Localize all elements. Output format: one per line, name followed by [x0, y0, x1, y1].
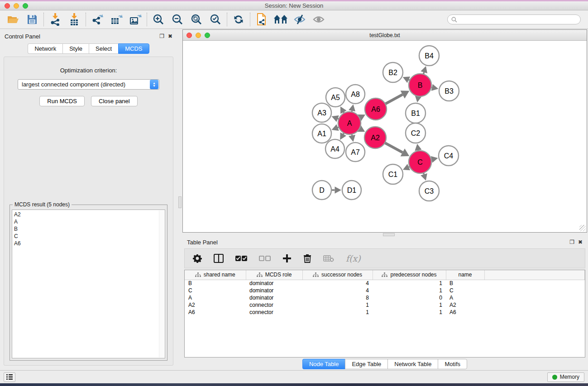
cell-successor_nodes[interactable]: 1 [302, 309, 373, 316]
show-panel-button[interactable] [309, 12, 328, 27]
cell-shared_name[interactable]: A [185, 294, 246, 301]
float-panel-icon[interactable]: ❐ [569, 239, 574, 245]
table-row[interactable]: A2connector11A2 [185, 301, 585, 309]
cell-predecessor_nodes[interactable]: 1 [373, 301, 446, 309]
tab-network-table[interactable]: Network Table [387, 359, 438, 369]
tab-network[interactable]: Network [28, 43, 62, 54]
result-item[interactable]: A [14, 218, 163, 225]
function-builder-button[interactable]: f(x) [346, 253, 361, 263]
cell-predecessor_nodes[interactable]: 1 [373, 309, 446, 316]
cell-name[interactable]: A [446, 294, 484, 301]
close-panel-button[interactable]: Close panel [91, 96, 138, 106]
result-scrollbar[interactable] [159, 210, 164, 357]
node-table[interactable]: shared nameMCDS rolesuccessor nodesprede… [184, 270, 585, 357]
zoom-out-button[interactable] [168, 12, 187, 27]
zoom-fit-button[interactable] [187, 12, 206, 27]
cell-name[interactable]: C [446, 287, 484, 294]
cell-name[interactable]: A2 [446, 301, 484, 309]
save-session-button[interactable] [23, 12, 42, 27]
cell-successor_nodes[interactable]: 8 [302, 294, 373, 301]
tab-select[interactable]: Select [89, 43, 118, 54]
cell-predecessor_nodes[interactable]: 1 [373, 280, 446, 287]
splitter-grip[interactable] [383, 233, 395, 236]
deselect-all-columns-button[interactable] [259, 255, 271, 262]
refresh-button[interactable] [229, 12, 248, 27]
home-button[interactable] [271, 12, 290, 27]
tab-edge-table[interactable]: Edge Table [345, 359, 387, 369]
horizontal-splitter[interactable] [182, 233, 587, 237]
splitter-grip[interactable] [178, 196, 182, 208]
toolbar-separator [86, 13, 86, 26]
new-network-from-selection-button[interactable] [252, 12, 271, 27]
cell-shared_name[interactable]: C [185, 287, 246, 294]
cell-successor_nodes[interactable]: 1 [302, 301, 373, 309]
table-row[interactable]: Bdominator41B [185, 280, 585, 287]
tab-motifs[interactable]: Motifs [438, 359, 467, 369]
optimization-criterion-select[interactable]: largest connected component (directed) ▲… [18, 79, 159, 90]
vertical-splitter[interactable] [177, 29, 182, 370]
cell-mcds_role[interactable]: dominator [246, 280, 302, 287]
search-input[interactable] [459, 16, 577, 23]
network-graph[interactable]: B4B2BB3A5A8A6B1A3AC2A1A2A4A7C4CC1DD1C3 [183, 41, 587, 232]
delete-table-button[interactable] [323, 255, 334, 262]
cell-predecessor_nodes[interactable]: 0 [373, 294, 446, 301]
cell-name[interactable]: A6 [446, 309, 484, 316]
result-item[interactable]: B [14, 225, 163, 233]
create-column-button[interactable] [282, 254, 292, 263]
close-panel-icon[interactable]: ✖ [168, 33, 172, 39]
cell-predecessor_nodes[interactable]: 1 [373, 287, 446, 294]
table-row[interactable]: Adominator80A [185, 294, 585, 301]
network-window-titlebar[interactable]: testGlobe.txt [183, 30, 587, 41]
select-all-columns-button[interactable] [235, 255, 247, 262]
cell-shared_name[interactable]: B [185, 280, 246, 287]
column-header-successor-nodes[interactable]: successor nodes [302, 270, 373, 280]
cell-mcds_role[interactable]: dominator [246, 287, 302, 294]
result-item[interactable]: C [14, 233, 163, 240]
close-panel-icon[interactable]: ✖ [578, 239, 583, 245]
column-header-MCDS-role[interactable]: MCDS role [246, 270, 302, 280]
float-panel-icon[interactable]: ❐ [159, 33, 164, 39]
edge-A2-C[interactable] [384, 143, 402, 152]
export-table-button[interactable] [107, 12, 126, 27]
column-header-name[interactable]: name [446, 270, 484, 280]
cell-mcds_role[interactable]: dominator [246, 294, 302, 301]
zoom-selected-button[interactable] [206, 12, 225, 27]
unchecked-boxes-icon [259, 255, 271, 262]
cell-mcds_role[interactable]: connector [246, 301, 302, 309]
task-history-button[interactable] [4, 372, 15, 382]
hide-panel-button[interactable] [290, 12, 309, 27]
hierarchy-icon [382, 272, 387, 277]
import-table-button[interactable] [65, 12, 84, 27]
result-item[interactable]: A2 [14, 211, 163, 218]
cell-name[interactable]: B [446, 280, 484, 287]
cell-mcds_role[interactable]: connector [246, 309, 302, 316]
window-resize-grip[interactable] [579, 225, 586, 231]
run-mcds-button[interactable]: Run MCDS [39, 96, 85, 106]
column-view-button[interactable] [214, 254, 224, 263]
delete-column-button[interactable] [303, 254, 311, 263]
table-row[interactable]: Cdominator41C [185, 287, 585, 294]
tab-node-table[interactable]: Node Table [302, 359, 345, 369]
import-network-button[interactable] [46, 12, 65, 27]
table-row[interactable]: A6connector11A6 [185, 309, 585, 316]
cell-successor_nodes[interactable]: 4 [302, 280, 373, 287]
search-field[interactable] [447, 14, 581, 24]
column-header-shared-name[interactable]: shared name [185, 270, 246, 280]
tab-mcds[interactable]: MCDS [118, 43, 149, 54]
cell-shared_name[interactable]: A6 [185, 309, 246, 316]
table-settings-button[interactable] [193, 254, 202, 263]
memory-button[interactable]: Memory [547, 372, 584, 382]
zoom-in-button[interactable] [149, 12, 168, 27]
mcds-result-list[interactable]: A2ABCA6 [12, 210, 165, 358]
edge-A6-B[interactable] [384, 95, 402, 105]
column-header-predecessor-nodes[interactable]: predecessor nodes [373, 270, 446, 280]
open-session-button[interactable] [4, 12, 23, 27]
cell-shared_name[interactable]: A2 [185, 301, 246, 309]
export-network-button[interactable] [88, 12, 107, 27]
export-image-button[interactable] [126, 12, 145, 27]
result-item[interactable]: A6 [14, 240, 163, 247]
tab-style[interactable]: Style [62, 43, 89, 54]
cell-successor_nodes[interactable]: 4 [302, 287, 373, 294]
node-label-A5: A5 [331, 94, 340, 101]
network-canvas[interactable]: B4B2BB3A5A8A6B1A3AC2A1A2A4A7C4CC1DD1C3 [183, 41, 587, 232]
